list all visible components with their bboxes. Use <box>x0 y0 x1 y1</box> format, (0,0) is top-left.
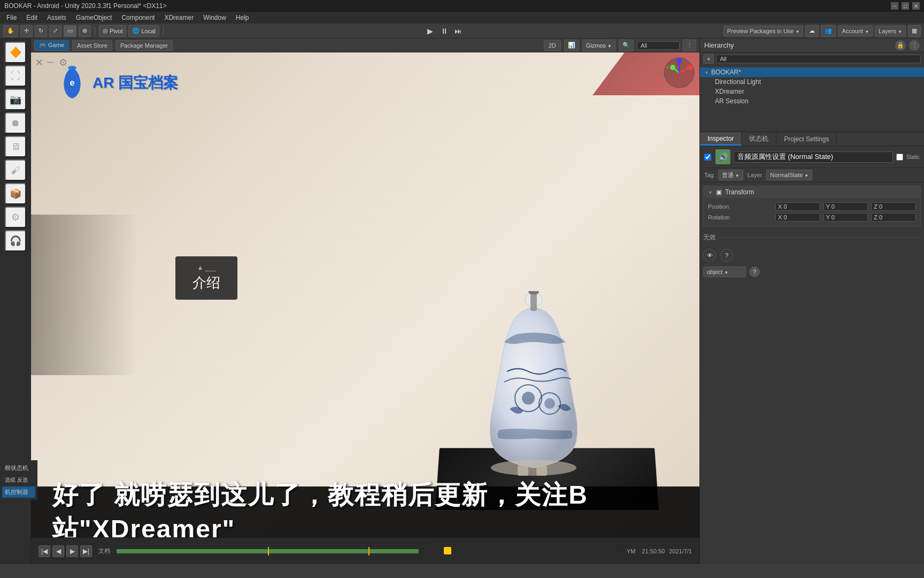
prop-position-z[interactable] <box>871 202 916 211</box>
layout-button[interactable]: ▦ <box>908 25 921 37</box>
timeline-prev-button[interactable]: ◀ <box>52 545 64 557</box>
timeline-marker <box>268 547 269 556</box>
camera-tool-button[interactable]: 📷 <box>5 89 26 110</box>
hierarchy-item-xdreamer[interactable]: XDreamer <box>700 87 924 96</box>
subtitle-text: 好了 就唠瑟到这儿了，教程稍后更新，关注B站"XDreamer" <box>52 478 678 538</box>
hierarchy-dots-button[interactable]: ⋮ <box>909 40 920 51</box>
menu-window[interactable]: Window <box>199 13 230 22</box>
hierarchy-item-directional-light[interactable]: Directional Light <box>700 77 924 87</box>
prop-rotation-y[interactable] <box>823 213 868 222</box>
settings-tool-button[interactable]: ⚙ <box>5 207 26 228</box>
pivot-icon: ◎ <box>103 27 108 34</box>
hierarchy-item-bookar[interactable]: BOOKAR* <box>700 67 924 77</box>
gizmos-button[interactable]: Gizmos <box>582 40 615 51</box>
headset-tool-button[interactable]: 🎧 <box>5 230 26 252</box>
close-button[interactable]: ✕ <box>912 2 920 10</box>
hand-tool-button[interactable]: ✋ <box>3 25 18 37</box>
hierarchy-items: BOOKAR* Directional Light XDreamer AR Se… <box>700 65 924 108</box>
timeline-track[interactable] <box>117 549 620 553</box>
state-machine-tab[interactable]: 状态机 <box>742 132 776 146</box>
apex-tool-button[interactable]: 🔶 <box>5 42 26 63</box>
prop-position-y[interactable] <box>823 202 868 211</box>
project-settings-tab[interactable]: Project Settings <box>776 132 837 146</box>
preview-packages-button[interactable]: Preview Packages in Use <box>723 26 804 36</box>
local-button[interactable]: 🌐 Local <box>128 25 159 37</box>
comp1-chevron <box>708 188 713 196</box>
state-root[interactable]: 根状态机 <box>2 462 35 474</box>
tag-dropdown-arrow <box>735 172 740 178</box>
account-button[interactable]: Account <box>838 26 873 36</box>
brush-tool-button[interactable]: 🖌 <box>5 159 26 181</box>
prop-rotation-z[interactable] <box>871 213 916 222</box>
inspector-tag-layer-row: Tag 普通 Layer NormalState <box>700 168 924 182</box>
inspector-add-button[interactable]: ? <box>749 267 760 277</box>
cloud-button[interactable]: ☁ <box>805 25 819 37</box>
inspector-active-checkbox[interactable] <box>704 154 711 161</box>
layer-dropdown[interactable]: NormalState <box>766 170 812 180</box>
menu-assets[interactable]: Assets <box>43 13 71 22</box>
screen-tool-button[interactable]: 🖥 <box>5 136 26 157</box>
scale-tool-button[interactable]: ⤢ <box>49 25 61 37</box>
search-button[interactable]: 🔍 <box>619 40 634 51</box>
hierarchy-search-input[interactable] <box>716 55 921 63</box>
inspector-question-button[interactable]: ? <box>720 249 733 262</box>
inspector-eye-button[interactable]: 👁 <box>703 249 716 262</box>
step-button[interactable]: ⏭ <box>452 25 464 37</box>
move-tool-button[interactable]: ✛ <box>20 25 33 37</box>
rotate-icon: ↻ <box>38 27 43 34</box>
hierarchy-header: Hierarchy 🔒 ⋮ <box>700 39 924 52</box>
cloud-icon: ☁ <box>809 27 815 34</box>
box-tool-button[interactable]: 📦 <box>5 183 26 204</box>
close-x-icon[interactable]: ✕ <box>35 57 43 69</box>
maximize-button[interactable]: □ <box>902 2 909 10</box>
timeline-play-button[interactable]: ▶ <box>66 545 78 557</box>
game-toolbar: 🎮 Game Asset Store Package Manager 2D 📊 … <box>31 39 699 52</box>
toolbar-dots-button[interactable]: ⋮ <box>683 40 696 51</box>
timeline-next-button[interactable]: ▶| <box>80 545 92 557</box>
asset-store-tab-button[interactable]: Asset Store <box>72 40 112 51</box>
invalid-label: 无效 <box>703 233 716 242</box>
game-tab-button[interactable]: 🎮 Game <box>34 40 69 51</box>
minimize-button[interactable]: ─ <box>891 2 898 10</box>
transform-tool-button[interactable]: ⊕ <box>79 25 91 37</box>
component-1-header[interactable]: ▣ Transform <box>704 186 920 198</box>
ar-intro-button[interactable]: ▲ ___ 介绍 <box>175 256 237 300</box>
minimize-x-icon[interactable]: ─ <box>47 57 54 68</box>
menu-component[interactable]: Component <box>117 13 159 22</box>
brush-icon: 🖌 <box>11 165 20 176</box>
2d-button[interactable]: 2D <box>544 40 561 51</box>
collab-button[interactable]: 👥 <box>821 25 836 37</box>
scene-search-input[interactable] <box>637 41 680 50</box>
menu-gameobject[interactable]: GameObject <box>72 13 116 22</box>
inspector-obj-name-input[interactable] <box>734 151 893 163</box>
stats-button[interactable]: 📊 <box>564 40 579 51</box>
expand-tool-button[interactable]: ⛶ <box>5 65 26 87</box>
layers-button[interactable]: Layers <box>875 26 906 36</box>
record-tool-button[interactable]: ⏺ <box>5 112 26 134</box>
menu-xdreamer[interactable]: XDreamer <box>160 13 198 22</box>
play-button[interactable]: ▶ <box>425 25 436 37</box>
rotate-tool-button[interactable]: ↻ <box>35 25 47 37</box>
inspector-static-checkbox[interactable] <box>896 154 903 161</box>
state-select[interactable]: 选或 反选 <box>2 475 35 485</box>
package-manager-tab-button[interactable]: Package Manager <box>116 40 173 51</box>
timeline-rewind-button[interactable]: |◀ <box>38 545 50 557</box>
pause-button[interactable]: ⏸ <box>438 25 450 37</box>
pivot-button[interactable]: ◎ Pivot <box>99 25 126 37</box>
inspector-tab[interactable]: Inspector <box>700 132 742 146</box>
hierarchy-item-ar-session[interactable]: AR Session <box>700 96 924 106</box>
prop-position-x[interactable] <box>775 202 820 211</box>
rect-tool-button[interactable]: ▭ <box>64 25 76 37</box>
hand-icon: ✋ <box>7 27 14 34</box>
dropdown-arrow-preview <box>795 28 799 34</box>
prop-rotation-x[interactable] <box>775 213 820 222</box>
menu-edit[interactable]: Edit <box>22 13 42 22</box>
menu-file[interactable]: File <box>2 13 21 22</box>
dropdown-arrow-layers <box>898 28 902 34</box>
hierarchy-lock-button[interactable]: 🔒 <box>895 40 906 51</box>
inspector-type-dropdown[interactable]: object <box>703 267 746 277</box>
tag-dropdown[interactable]: 普通 <box>718 170 743 180</box>
state-controller[interactable]: 机控制器 <box>2 486 35 498</box>
menu-help[interactable]: Help <box>232 13 253 22</box>
hierarchy-add-button[interactable]: + <box>703 54 714 64</box>
